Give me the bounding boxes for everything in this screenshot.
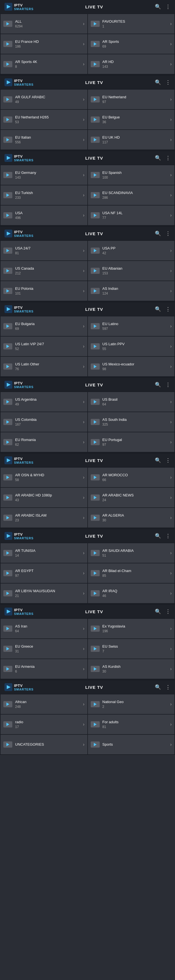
channel-card[interactable]: EU Romania62› [0, 432, 88, 452]
channel-card[interactable]: EU Netherland H26553› [0, 110, 88, 129]
channel-card[interactable]: AR ARABIC NEWS24› [88, 488, 175, 508]
logo: IPTV SMARTERS [5, 3, 33, 11]
channel-card[interactable]: EU Italian556› [0, 130, 88, 150]
channel-card[interactable]: Ex Yugoslavia196› [88, 619, 175, 638]
header-actions: 🔍⋮ [155, 457, 170, 463]
chevron-right-icon: › [170, 213, 172, 218]
channel-count: 23 [15, 518, 81, 522]
chevron-right-icon: › [170, 137, 172, 142]
play-triangle [94, 743, 97, 746]
channel-card[interactable]: AR HD143› [88, 54, 175, 74]
more-icon[interactable]: ⋮ [165, 79, 170, 85]
channel-card[interactable]: Sports› [88, 735, 175, 754]
channel-card[interactable]: AR EGYPT97› [0, 563, 88, 583]
channel-card[interactable]: EU Belgue36› [88, 110, 175, 129]
channel-info: US Latin PPV55 [102, 342, 169, 351]
channel-card[interactable]: AR SAUDI ARABIA51› [88, 543, 175, 563]
channel-card[interactable]: EU Polonia101› [0, 281, 88, 301]
more-icon[interactable]: ⋮ [165, 231, 170, 237]
more-icon[interactable]: ⋮ [165, 457, 170, 463]
channel-card[interactable]: AR Sports69› [88, 34, 175, 54]
channel-card[interactable]: AS Iran64› [0, 619, 88, 638]
channel-play-icon [91, 515, 100, 521]
channel-card[interactable]: EU UK HD117› [88, 130, 175, 150]
channel-card[interactable]: EU Bulgaria69› [0, 317, 88, 336]
channel-card[interactable]: AR MOROCCO66› [88, 468, 175, 487]
logo-name: IPTV [14, 305, 33, 310]
more-icon[interactable]: ⋮ [165, 306, 170, 312]
search-icon[interactable]: 🔍 [155, 306, 161, 312]
channel-card[interactable]: EU Latino597› [88, 317, 175, 336]
channel-card[interactable]: US Latin Other76› [0, 357, 88, 376]
channel-card[interactable]: US Latin PPV55› [88, 337, 175, 356]
channel-card[interactable]: US Colombia167› [0, 412, 88, 432]
logo: IPTV SMARTERS [5, 457, 33, 464]
channel-card[interactable]: US Argentina49› [0, 392, 88, 412]
channel-card[interactable]: EU Swiss7› [88, 639, 175, 659]
channel-card[interactable]: AR ARABIC ISLAM23› [0, 508, 88, 528]
channel-card[interactable]: AR TUNISIA14› [0, 543, 88, 563]
header-title: LIVE TV [85, 458, 103, 463]
play-triangle [94, 98, 97, 101]
channel-count: 167 [15, 423, 81, 426]
channel-card[interactable]: AS Kurdish30› [88, 659, 175, 679]
header-actions: 🔍⋮ [155, 684, 170, 690]
channel-card[interactable]: EU SCANDINAVIA286› [88, 185, 175, 205]
channel-card[interactable]: AS South India325› [88, 412, 175, 432]
more-icon[interactable]: ⋮ [165, 608, 170, 615]
channel-card[interactable]: EU Greece31› [0, 639, 88, 659]
channel-card[interactable]: National Geo2› [88, 694, 175, 714]
channel-card[interactable]: US Canada212› [0, 261, 88, 280]
more-icon[interactable]: ⋮ [165, 684, 170, 690]
play-triangle [6, 138, 9, 142]
play-triangle [6, 214, 9, 217]
channel-card[interactable]: FAVOURITES1› [88, 14, 175, 33]
channel-card[interactable]: ALL6294› [0, 14, 88, 33]
channel-card[interactable]: USA496› [0, 205, 88, 225]
channel-card[interactable]: USA PP42› [88, 241, 175, 260]
channel-card[interactable]: AS Indian124› [88, 281, 175, 301]
channel-card[interactable]: US Latin VIP 24/752› [0, 337, 88, 356]
chevron-right-icon: › [170, 62, 172, 67]
channel-card[interactable]: AR LIBYA/ MAU/SUDAN21› [0, 584, 88, 603]
more-icon[interactable]: ⋮ [165, 382, 170, 388]
search-icon[interactable]: 🔍 [155, 533, 161, 539]
channel-card[interactable]: UNCATEGORIES› [0, 735, 88, 754]
channel-card[interactable]: USA NF 14L77› [88, 205, 175, 225]
channel-card[interactable]: US Mexico-ecuador98› [88, 357, 175, 376]
search-icon[interactable]: 🔍 [155, 79, 161, 85]
channel-card[interactable]: EU Albanian153› [88, 261, 175, 280]
channel-card[interactable]: AR ALGERIA30› [88, 508, 175, 528]
channel-card[interactable]: radio17› [0, 714, 88, 734]
more-icon[interactable]: ⋮ [165, 4, 170, 10]
more-icon[interactable]: ⋮ [165, 155, 170, 161]
channel-card[interactable]: AR ARABIC HD 1080p43› [0, 488, 88, 508]
search-icon[interactable]: 🔍 [155, 4, 161, 10]
search-icon[interactable]: 🔍 [155, 231, 161, 237]
channel-card[interactable]: EU Portugal97› [88, 432, 175, 452]
channel-card[interactable]: EU Germany143› [0, 165, 88, 185]
search-icon[interactable]: 🔍 [155, 382, 161, 388]
logo-name: IPTV [14, 457, 33, 461]
search-icon[interactable]: 🔍 [155, 457, 161, 463]
play-triangle [94, 420, 97, 424]
search-icon[interactable]: 🔍 [155, 608, 161, 615]
channel-card[interactable]: US Brasil64› [88, 392, 175, 412]
channel-card[interactable]: For adults81› [88, 714, 175, 734]
search-icon[interactable]: 🔍 [155, 155, 161, 161]
channel-card[interactable]: AR GULF ARABIC49› [0, 90, 88, 109]
play-triangle [6, 571, 9, 575]
channel-card[interactable]: EU Spanish100› [88, 165, 175, 185]
more-icon[interactable]: ⋮ [165, 533, 170, 539]
channel-card[interactable]: AR Bilad el-Cham85› [88, 563, 175, 583]
channel-card[interactable]: EU Turkish233› [0, 185, 88, 205]
channel-card[interactable]: AR Sports 4K8› [0, 54, 88, 74]
channel-card[interactable]: EU France HD186› [0, 34, 88, 54]
channel-card[interactable]: EU Netherland97› [88, 90, 175, 109]
channel-card[interactable]: African248› [0, 694, 88, 714]
channel-card[interactable]: AR IRAQ46› [88, 584, 175, 603]
search-icon[interactable]: 🔍 [155, 684, 161, 690]
channel-card[interactable]: AR OSN & MYHD58› [0, 468, 88, 487]
channel-card[interactable]: USA 24/781› [0, 241, 88, 260]
channel-card[interactable]: EU Armenia6› [0, 659, 88, 679]
